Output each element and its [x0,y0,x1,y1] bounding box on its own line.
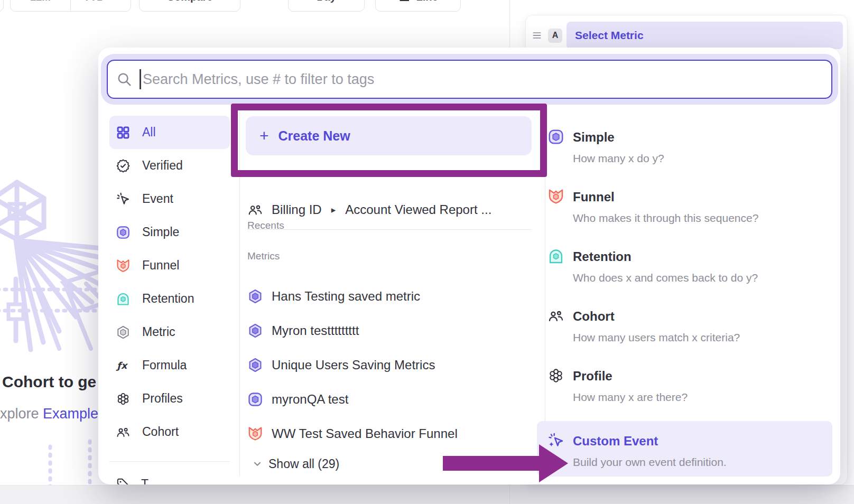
interval-label: Day [317,0,336,3]
metric-clause-row: A Select Metric [526,15,847,49]
sidebar-item-formula[interactable]: ƒx Formula [109,349,230,382]
recent-cohort-name: Billing ID [272,202,322,217]
funnel-icon [247,426,263,442]
search-icon [116,71,132,87]
cohort-icon [116,425,131,440]
line-chart-icon [398,0,411,3]
type-description: How many users match x criteria? [573,330,740,346]
cohort-icon [247,202,263,218]
type-label: Custom Event [573,432,727,450]
metric-search [107,60,832,99]
sidebar-item-metric[interactable]: Metric [109,315,230,349]
saved-metric-icon [247,357,263,373]
show-all-button[interactable]: Show all (29) [252,455,339,472]
recent-event-name: Account Viewed Report ... [345,202,491,217]
sidebar-item-label: Profiles [142,391,183,406]
app-root: 12M YTD Compare Day Line A Select Metric… [0,0,854,504]
drag-handle-icon[interactable] [530,29,544,42]
sidebar-item-profiles[interactable]: Profiles [109,382,230,415]
compare-button[interactable]: Compare [139,0,240,12]
column-divider [545,108,545,475]
type-row-cohort[interactable]: Cohort How many users match x criteria? [547,307,828,346]
type-row-custom-event[interactable]: Custom Event Build your own event defini… [547,432,828,470]
funnel-icon [547,188,564,205]
search-input[interactable] [107,60,832,99]
metric-item-label: WW Test Saved Behavior Funnel [272,426,458,441]
type-description: Who does x and comes back to do y? [573,270,758,286]
sidebar-item-label: Funnel [142,258,179,273]
grid-icon [116,125,131,140]
chart-type-line-button[interactable]: Line [375,0,461,12]
type-label: Retention [573,248,758,266]
metrics-section-label: Metrics [247,250,280,262]
sidebar-divider [109,461,230,462]
formula-icon: ƒx [116,358,131,373]
tag-icon [116,477,129,484]
type-row-profile[interactable]: Profile How many x are there? [547,367,828,405]
example-link[interactable]: Example [43,406,98,422]
funnel-icon [116,258,131,273]
sidebar-item-verified[interactable]: Verified [109,149,230,182]
create-new-label: Create New [279,128,350,144]
toolbar-edge-button[interactable] [0,0,4,12]
recents-divider [247,229,532,230]
select-metric-pill[interactable]: Select Metric [567,22,843,49]
empty-state-explore-line: xplore Example [0,406,98,422]
type-description: Build your own event definition. [573,454,727,470]
saved-metric-icon [247,288,263,304]
metric-list-item[interactable]: myronQA test [247,386,533,413]
sidebar-item-tag-partial[interactable]: T [116,477,148,484]
sidebar-item-all[interactable]: All [109,116,230,149]
metric-hexagon-icon [116,325,131,340]
sidebar-item-label: Formula [142,358,187,372]
type-row-retention[interactable]: Retention Who does x and comes back to d… [547,248,828,286]
sidebar-item-label: Cohort [142,425,179,439]
metric-list-item[interactable]: Hans Testing saved metric [247,283,533,310]
column-divider [239,108,240,477]
sidebar-item-cohort[interactable]: Cohort [109,415,230,449]
sidebar-item-funnel[interactable]: Funnel [109,249,230,282]
profiles-icon [116,391,131,406]
custom-event-icon [547,432,564,449]
metric-list-item[interactable]: WW Test Saved Behavior Funnel [247,421,533,447]
date-range-segmented-control: 12M YTD [10,0,131,12]
show-all-label: Show all (29) [268,457,339,471]
line-label: Line [416,0,438,3]
clause-letter-badge: A [548,29,562,43]
chevron-down-icon [109,0,118,2]
metric-list-item[interactable]: Myron testtttttttt [247,318,533,344]
sidebar-item-simple[interactable]: Simple [109,216,230,249]
sidebar-item-label: T [141,477,148,484]
recent-item[interactable]: Billing ID ▸ Account Viewed Report ... [247,197,533,223]
saved-metric-icon [247,323,263,339]
type-row-simple[interactable]: Simple How many x do y? [547,128,828,166]
range-ytd-button[interactable]: YTD [70,0,131,11]
sidebar-item-label: Verified [142,158,183,173]
explore-text-fragment: xplore [0,406,43,422]
verified-badge-icon [116,158,131,173]
metric-item-label: Myron testtttttttt [272,323,359,338]
metric-list-item[interactable]: Unique Users Saving Metrics [247,352,533,378]
cursor-click-icon [116,192,131,207]
sidebar-item-label: Retention [142,292,194,306]
type-label: Simple [573,128,664,146]
cohort-icon [547,307,564,324]
select-metric-label: Select Metric [575,29,644,42]
type-description: Who makes it through this sequence? [573,210,758,226]
empty-state-title-fragment: Cohort to ge [2,373,96,391]
interval-day-button[interactable]: Day [288,0,365,12]
sidebar-item-retention[interactable]: Retention [109,282,230,315]
sidebar-item-event[interactable]: Event [109,182,230,216]
metric-item-label: Unique Users Saving Metrics [272,358,435,372]
type-description: How many x do y? [573,151,664,166]
range-12m-button[interactable]: 12M [11,0,70,11]
text-caret [140,69,141,89]
create-new-button[interactable]: + Create New [246,116,532,155]
plus-icon: + [259,127,269,145]
simple-metric-icon [116,225,131,240]
retention-icon [547,248,564,265]
filter-sidebar: All Verified Event Simple Funnel Retenti… [109,116,230,449]
compare-label: Compare [167,0,213,3]
type-row-funnel[interactable]: Funnel Who makes it through this sequenc… [547,188,828,226]
chevron-down-icon [252,458,263,470]
